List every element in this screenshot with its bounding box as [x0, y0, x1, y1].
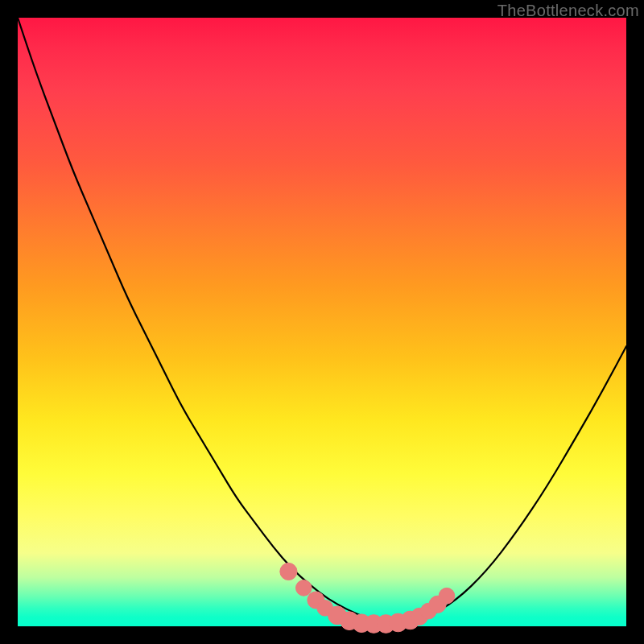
chart-svg [18, 18, 626, 626]
curve-marker [280, 563, 297, 580]
marker-group [280, 563, 455, 633]
bottleneck-curve [18, 18, 626, 624]
curve-marker [295, 580, 312, 597]
watermark-text: TheBottleneck.com [497, 2, 639, 20]
plot-area [18, 18, 626, 626]
chart-frame: TheBottleneck.com [0, 0, 644, 644]
curve-marker [439, 588, 455, 604]
